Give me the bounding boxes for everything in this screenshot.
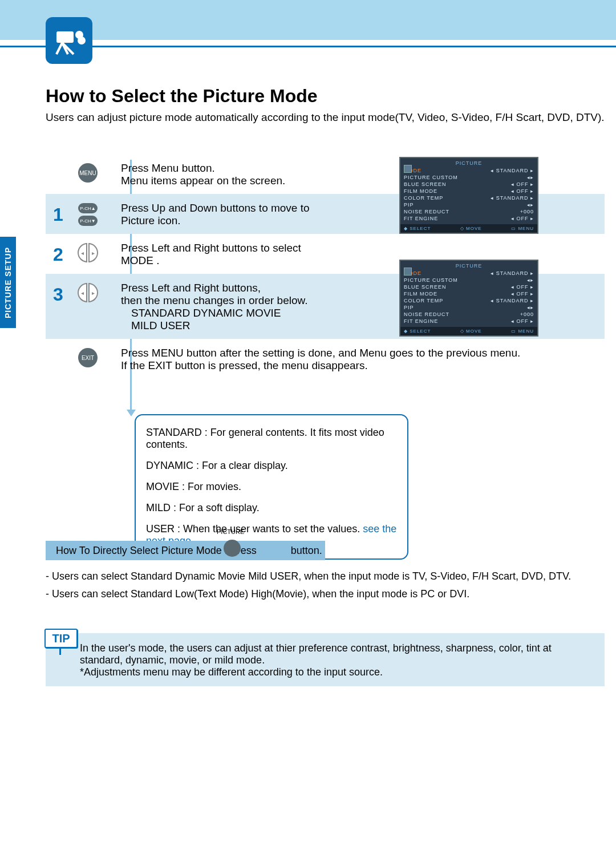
note-1: - Users can select Standard Dynamic Movi… — [52, 570, 605, 582]
pch-up-icon: P-CH▲ — [78, 203, 98, 213]
mode-description-box: STANDARD : For general contents. It fits… — [135, 414, 408, 560]
svg-rect-0 — [56, 31, 74, 43]
page-subtitle: Users can adjust picture mode automatica… — [46, 111, 610, 124]
direct-select-band: How To Directly Select Picture Mode : Pr… — [46, 541, 325, 560]
menu-button-icon: MENU — [78, 163, 98, 183]
osd-panel-1: PICTUREMODE◂ STANDARD ▸PICTURE CUSTOM◂▸B… — [399, 157, 538, 234]
notes: - Users can select Standard Dynamic Movi… — [46, 565, 605, 606]
picture-button-icon — [224, 540, 241, 557]
direct-text-b: button. — [291, 545, 322, 557]
svg-point-2 — [78, 37, 86, 44]
header-rule — [0, 46, 616, 47]
desc-dynamic: DYNAMIC : For a clear display. — [146, 460, 397, 472]
desc-user: USER : When the user wants to set the va… — [146, 523, 363, 535]
page-title: How to Select the Picture Mode — [46, 86, 318, 107]
desc-mild: MILD : For a soft display. — [146, 502, 397, 514]
tip-line-1: In the user's mode, the users can adjust… — [80, 642, 597, 666]
header-banner — [0, 0, 616, 68]
step-2-number: 2 — [46, 241, 71, 265]
direct-select-bar: PICTURE How To Directly Select Picture M… — [46, 541, 605, 560]
desc-standard: STANDARD : For general contents. It fits… — [146, 427, 397, 451]
flow-arrow-icon — [127, 410, 136, 416]
step-1-number: 1 — [46, 201, 71, 225]
step-exit-text1: Press MENU button after the setting is d… — [121, 347, 605, 359]
exit-button-icon: EXIT — [78, 348, 98, 367]
pch-down-icon: P-CH▼ — [78, 216, 98, 226]
step-3-number: 3 — [46, 281, 71, 305]
side-tab-picture-setup: PICTURE SETUP — [0, 237, 16, 328]
camera-icon — [46, 17, 92, 64]
desc-movie: MOVIE : For movies. — [146, 481, 397, 493]
tip-badge: TIP — [44, 629, 78, 648]
left-right-icon: ◂▸ — [78, 243, 98, 262]
step-exit: EXIT Press MENU button after the setting… — [46, 339, 605, 379]
picture-button-label: PICTURE — [217, 528, 244, 535]
tip-badge-stem — [59, 648, 61, 655]
osd-panel-2: PICTUREMODE◂ STANDARD ▸PICTURE CUSTOM◂▸B… — [399, 260, 538, 337]
tip-line-2: *Adjustments menu may be different accor… — [80, 666, 597, 678]
left-right-icon: ◂▸ — [78, 283, 98, 302]
note-2: - Users can select Standard Low(Text Mod… — [52, 588, 605, 600]
step-exit-text2: If the EXIT button is pressed, the menu … — [121, 359, 605, 372]
tip-block: In the user's mode, the users can adjust… — [46, 633, 605, 686]
step-2-text1: Press Left and Right buttons to select — [121, 242, 605, 254]
